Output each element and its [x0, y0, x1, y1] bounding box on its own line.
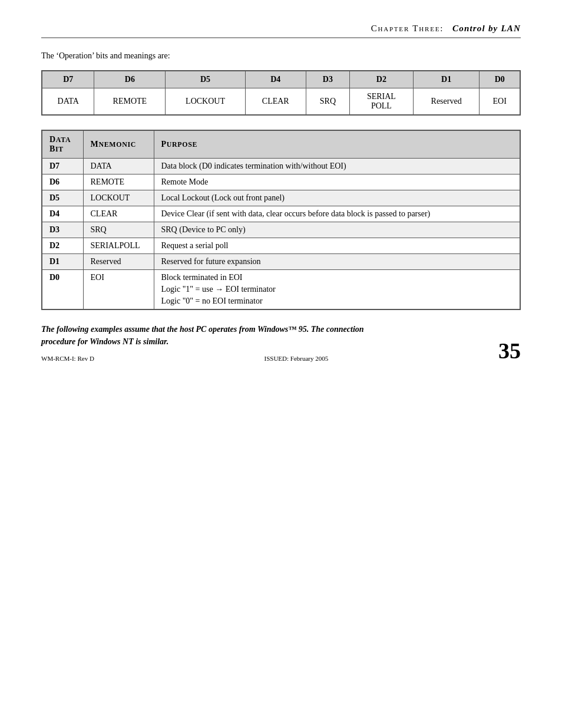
- desc-cell-purpose: Device Clear (if sent with data, clear o…: [154, 206, 520, 222]
- op-header-d2: D2: [350, 71, 414, 88]
- desc-cell-bit: D3: [42, 222, 83, 238]
- desc-cell-bit: D1: [42, 254, 83, 270]
- desc-cell-mnemonic: EOI: [83, 270, 154, 310]
- description-table: DATABIT MNEMONIC PURPOSE D7DATAData bloc…: [41, 130, 521, 310]
- desc-table-row: D2SERIALPOLLRequest a serial poll: [42, 238, 520, 254]
- intro-text: The ‘Operation’ bits and meanings are:: [41, 51, 521, 61]
- desc-cell-bit: D2: [42, 238, 83, 254]
- desc-header-purpose: PURPOSE: [154, 130, 520, 159]
- operation-bits-table: D7 D6 D5 D4 D3 D2 D1 D0 DATA REMOTE LOCK…: [41, 70, 521, 116]
- desc-cell-bit: D0: [42, 270, 83, 310]
- op-header-d3: D3: [306, 71, 349, 88]
- footer-issued: ISSUED: February 2005: [265, 355, 329, 362]
- chapter-label: Chapter Three:: [371, 24, 444, 33]
- desc-table-row: D5LOCKOUTLocal Lockout (Lock out front p…: [42, 190, 520, 206]
- desc-header-row: DATABIT MNEMONIC PURPOSE: [42, 130, 520, 159]
- op-header-d6: D6: [94, 71, 166, 88]
- op-cell-reserved: Reserved: [413, 88, 480, 116]
- header-divider: [41, 37, 521, 38]
- op-cell-eoi: EOI: [480, 88, 520, 116]
- desc-cell-bit: D6: [42, 174, 83, 190]
- desc-cell-purpose: Remote Mode: [154, 174, 520, 190]
- desc-table-row: D7DATAData block (D0 indicates terminati…: [42, 159, 520, 174]
- desc-header-mnemonic: MNEMONIC: [83, 130, 154, 159]
- desc-cell-bit: D4: [42, 206, 83, 222]
- desc-cell-mnemonic: REMOTE: [83, 174, 154, 190]
- op-header-d4: D4: [245, 71, 306, 88]
- op-cell-remote: REMOTE: [94, 88, 166, 116]
- desc-cell-purpose: Request a serial poll: [154, 238, 520, 254]
- desc-cell-bit: D7: [42, 159, 83, 174]
- op-table-data-row: DATA REMOTE LOCKOUT CLEAR SRQ SERIALPOLL…: [42, 88, 520, 116]
- desc-cell-mnemonic: DATA: [83, 159, 154, 174]
- op-cell-lockout: LOCKOUT: [166, 88, 245, 116]
- desc-table-row: D0EOIBlock terminated in EOILogic "1" = …: [42, 270, 520, 310]
- desc-header-bit: DATABIT: [42, 130, 83, 159]
- desc-cell-purpose: Data block (D0 indicates termination wit…: [154, 159, 520, 174]
- chapter-title: Control by LAN: [452, 24, 521, 33]
- op-table-header-row: D7 D6 D5 D4 D3 D2 D1 D0: [42, 71, 520, 88]
- desc-table-row: D6REMOTERemote Mode: [42, 174, 520, 190]
- desc-cell-mnemonic: CLEAR: [83, 206, 154, 222]
- desc-cell-purpose: Block terminated in EOILogic "1" = use →…: [154, 270, 520, 310]
- op-cell-data: DATA: [42, 88, 94, 116]
- op-cell-clear: CLEAR: [245, 88, 306, 116]
- desc-table-row: D1ReservedReserved for future expansion: [42, 254, 520, 270]
- desc-cell-bit: D5: [42, 190, 83, 206]
- op-cell-serialpoll: SERIALPOLL: [350, 88, 414, 116]
- desc-cell-purpose: SRQ (Device to PC only): [154, 222, 520, 238]
- op-header-d1: D1: [413, 71, 480, 88]
- desc-table-row: D3SRQSRQ (Device to PC only): [42, 222, 520, 238]
- desc-cell-mnemonic: LOCKOUT: [83, 190, 154, 206]
- op-header-d7: D7: [42, 71, 94, 88]
- footer-page-number: 35: [498, 340, 521, 362]
- desc-cell-purpose: Reserved for future expansion: [154, 254, 520, 270]
- page: Chapter Three: Control by LAN The ‘Opera…: [0, 0, 562, 383]
- desc-cell-mnemonic: SERIALPOLL: [83, 238, 154, 254]
- op-cell-srq: SRQ: [306, 88, 349, 116]
- op-header-d0: D0: [480, 71, 520, 88]
- op-header-d5: D5: [166, 71, 245, 88]
- desc-cell-mnemonic: Reserved: [83, 254, 154, 270]
- desc-table-row: D4CLEARDevice Clear (if sent with data, …: [42, 206, 520, 222]
- desc-cell-purpose: Local Lockout (Lock out front panel): [154, 190, 520, 206]
- chapter-header: Chapter Three: Control by LAN: [41, 24, 521, 34]
- footer-doc-id: WM-RCM-I: Rev D: [41, 355, 94, 362]
- footer: WM-RCM-I: Rev D ISSUED: February 2005 35: [41, 340, 521, 362]
- desc-cell-mnemonic: SRQ: [83, 222, 154, 238]
